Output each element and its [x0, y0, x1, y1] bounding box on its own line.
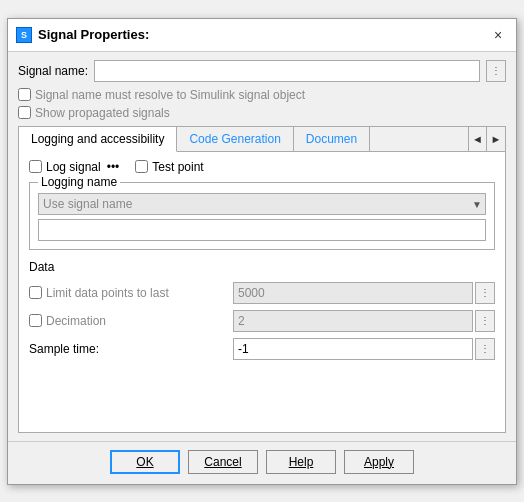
- logging-name-group: Logging name Use signal name ▼: [29, 182, 495, 250]
- sample-time-label-wrap: Sample time:: [29, 342, 229, 356]
- tabs-container: Logging and accessibility Code Generatio…: [18, 126, 506, 433]
- test-point-label: Test point: [152, 160, 203, 174]
- button-row: OK Cancel Help Apply: [8, 441, 516, 484]
- logging-name-title: Logging name: [38, 175, 120, 189]
- dialog-icon: S: [16, 27, 32, 43]
- help-button[interactable]: Help: [266, 450, 336, 474]
- limit-data-label: Limit data points to last: [46, 286, 169, 300]
- tab-next-button[interactable]: ►: [487, 127, 505, 151]
- decimation-checkbox[interactable]: [29, 314, 42, 327]
- apply-button[interactable]: Apply: [344, 450, 414, 474]
- tab-code-gen[interactable]: Code Generation: [177, 127, 293, 151]
- decimation-input[interactable]: [233, 310, 473, 332]
- close-button[interactable]: ×: [488, 25, 508, 45]
- tab-content-logging: Log signal ••• Test point Logging name: [19, 152, 505, 432]
- data-section: Data Limit data points to last ⋮: [29, 260, 495, 360]
- resolve-checkbox[interactable]: [18, 88, 31, 101]
- logging-select-row: Use signal name ▼: [38, 193, 486, 215]
- signal-name-row: Signal name: ⋮: [18, 60, 506, 82]
- log-signal-row: Log signal ••• Test point: [29, 160, 495, 174]
- log-signal-dots: •••: [107, 160, 120, 174]
- signal-name-menu-button[interactable]: ⋮: [486, 60, 506, 82]
- sample-time-input-wrap: ⋮: [233, 338, 495, 360]
- limit-data-menu-button[interactable]: ⋮: [475, 282, 495, 304]
- decimation-row: Decimation ⋮: [29, 310, 495, 332]
- dialog-title: Signal Properties:: [38, 27, 149, 42]
- test-point-wrap: Test point: [135, 160, 203, 174]
- limit-data-input-wrap: ⋮: [233, 282, 495, 304]
- limit-data-row: Limit data points to last ⋮: [29, 282, 495, 304]
- resolve-label: Signal name must resolve to Simulink sig…: [35, 88, 305, 102]
- decimation-label-wrap: Decimation: [29, 314, 229, 328]
- limit-data-input[interactable]: [233, 282, 473, 304]
- title-bar-left: S Signal Properties:: [16, 27, 149, 43]
- title-bar: S Signal Properties: ×: [8, 19, 516, 52]
- signal-name-input[interactable]: [94, 60, 480, 82]
- sample-time-input[interactable]: [233, 338, 473, 360]
- log-signal-checkbox[interactable]: [29, 160, 42, 173]
- limit-data-label-wrap: Limit data points to last: [29, 286, 229, 300]
- decimation-label: Decimation: [46, 314, 106, 328]
- logging-name-select[interactable]: Use signal name: [38, 193, 486, 215]
- decimation-input-wrap: ⋮: [233, 310, 495, 332]
- tab-prev-button[interactable]: ◄: [469, 127, 487, 151]
- resolve-checkbox-row: Signal name must resolve to Simulink sig…: [18, 88, 506, 102]
- ok-button[interactable]: OK: [110, 450, 180, 474]
- signal-name-label: Signal name:: [18, 64, 88, 78]
- propagated-label: Show propagated signals: [35, 106, 170, 120]
- tab-document[interactable]: Documen: [294, 127, 370, 151]
- cancel-button[interactable]: Cancel: [188, 450, 258, 474]
- sample-time-row: Sample time: ⋮: [29, 338, 495, 360]
- tab-logging[interactable]: Logging and accessibility: [19, 127, 177, 152]
- dialog-content: Signal name: ⋮ Signal name must resolve …: [8, 52, 516, 441]
- limit-data-checkbox[interactable]: [29, 286, 42, 299]
- propagated-checkbox-row: Show propagated signals: [18, 106, 506, 120]
- signal-properties-dialog: S Signal Properties: × Signal name: ⋮ Si…: [7, 18, 517, 485]
- test-point-checkbox[interactable]: [135, 160, 148, 173]
- tab-nav-buttons: ◄ ►: [468, 127, 505, 151]
- logging-name-input[interactable]: [38, 219, 486, 241]
- tabs-header: Logging and accessibility Code Generatio…: [19, 127, 505, 152]
- logging-select-wrapper: Use signal name ▼: [38, 193, 486, 215]
- sample-time-menu-button[interactable]: ⋮: [475, 338, 495, 360]
- sample-time-label: Sample time:: [29, 342, 229, 356]
- log-signal-wrap: Log signal •••: [29, 160, 119, 174]
- propagated-checkbox[interactable]: [18, 106, 31, 119]
- decimation-menu-button[interactable]: ⋮: [475, 310, 495, 332]
- data-label: Data: [29, 260, 495, 274]
- log-signal-label: Log signal: [46, 160, 101, 174]
